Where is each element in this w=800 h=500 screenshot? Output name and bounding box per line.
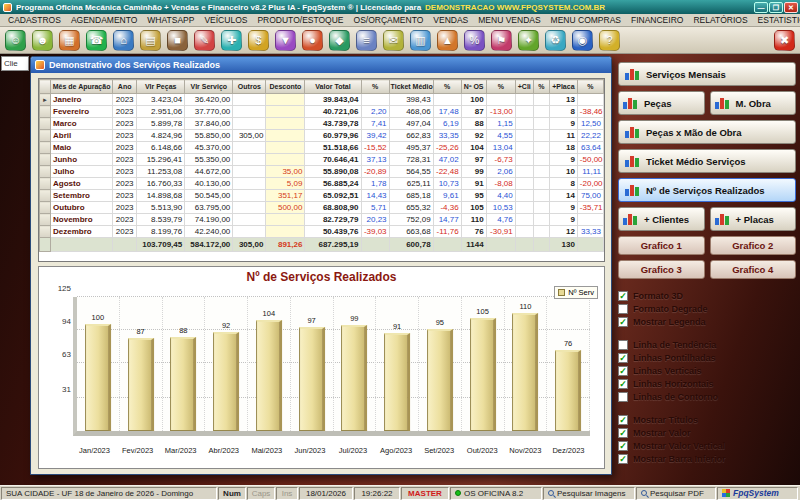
table-cell[interactable]: 75,00: [577, 190, 603, 202]
table-cell[interactable]: 2,06: [486, 166, 515, 178]
mao-de-obra-button[interactable]: M. Obra: [710, 91, 797, 115]
vendas-icon[interactable]: $: [248, 30, 269, 51]
table-cell[interactable]: 63.795,00: [185, 202, 233, 214]
table-cell[interactable]: 2.951,06: [137, 106, 185, 118]
table-cell[interactable]: 8: [549, 178, 577, 190]
table-cell[interactable]: [533, 190, 549, 202]
table-cell[interactable]: Julho: [51, 166, 113, 178]
ticket-medio-button[interactable]: Ticket Médio Serviços: [618, 149, 796, 173]
table-cell[interactable]: [233, 214, 266, 226]
column-header[interactable]: Ano: [113, 80, 137, 94]
table-cell[interactable]: [233, 154, 266, 166]
table-cell[interactable]: [266, 106, 305, 118]
unchecked-checkbox-icon[interactable]: [618, 340, 628, 350]
table-cell[interactable]: 2023: [113, 130, 137, 142]
table-cell[interactable]: [266, 118, 305, 130]
table-cell[interactable]: 45.370,00: [185, 142, 233, 154]
contas-receber-icon[interactable]: ✉: [383, 30, 404, 51]
option-formato-degrade[interactable]: Formato Degrade: [618, 302, 796, 315]
option-mostrar-barra-inferior[interactable]: ✓Mostrar Barra Inferior: [618, 452, 796, 465]
orcamento-icon[interactable]: ✎: [194, 30, 215, 51]
table-row[interactable]: ►Janeiro20233.423,0436.420,0039.843,0439…: [40, 94, 604, 106]
menu-relat-rios[interactable]: RELATÓRIOS: [688, 15, 752, 25]
table-cell[interactable]: 65.092,51: [305, 190, 361, 202]
table-cell[interactable]: 13,04: [486, 142, 515, 154]
menu-cadastros[interactable]: CADASTROS: [3, 15, 66, 25]
table-cell[interactable]: [233, 106, 266, 118]
table-cell[interactable]: 5,71: [361, 202, 389, 214]
table-cell[interactable]: Setembro: [51, 190, 113, 202]
table-row[interactable]: Agosto202316.760,3340.130,005,0956.885,2…: [40, 178, 604, 190]
table-cell[interactable]: -35,71: [577, 202, 603, 214]
table-cell[interactable]: 468,06: [389, 106, 433, 118]
veiculos-icon[interactable]: ⌂: [113, 30, 134, 51]
menu-whatsapp[interactable]: WHATSAPP: [142, 15, 199, 25]
column-header[interactable]: %: [433, 80, 461, 94]
menu-vendas[interactable]: VENDAS: [428, 15, 473, 25]
unchecked-checkbox-icon[interactable]: [618, 304, 628, 314]
table-cell[interactable]: -22,48: [433, 166, 461, 178]
menu-menu-compras[interactable]: MENU COMPRAS: [546, 15, 626, 25]
table-cell[interactable]: [515, 106, 533, 118]
search-images-button[interactable]: Pesquisar Imagens: [543, 487, 635, 500]
column-header[interactable]: Valor Total: [305, 80, 361, 94]
estatistica-icon[interactable]: %: [464, 30, 485, 51]
nota-fiscal-icon[interactable]: ▥: [410, 30, 431, 51]
table-cell[interactable]: 33,35: [433, 130, 461, 142]
table-cell[interactable]: 2023: [113, 226, 137, 238]
table-cell[interactable]: 12: [549, 226, 577, 238]
table-cell[interactable]: 4,76: [486, 214, 515, 226]
table-cell[interactable]: [486, 94, 515, 106]
table-row[interactable]: Junho202315.296,4155.350,0070.646,4137,1…: [40, 154, 604, 166]
table-cell[interactable]: 92: [461, 130, 486, 142]
table-cell[interactable]: 50.545,00: [185, 190, 233, 202]
option-mostrar-legenda[interactable]: ✓Mostrar Legenda: [618, 315, 796, 328]
table-cell[interactable]: 37,13: [361, 154, 389, 166]
option-mostrar-valor[interactable]: ✓Mostrar Valor: [618, 426, 796, 439]
table-cell[interactable]: 14: [549, 190, 577, 202]
backup-icon[interactable]: ♻: [545, 30, 566, 51]
table-cell[interactable]: 2023: [113, 106, 137, 118]
table-cell[interactable]: 3.423,04: [137, 94, 185, 106]
table-cell[interactable]: 685,18: [389, 190, 433, 202]
table-cell[interactable]: 37.770,00: [185, 106, 233, 118]
table-cell[interactable]: 1,15: [486, 118, 515, 130]
table-cell[interactable]: [533, 94, 549, 106]
mais-clientes-button[interactable]: + Clientes: [618, 207, 705, 231]
menu-financeiro[interactable]: FINANCEIRO: [626, 15, 688, 25]
produtos-icon[interactable]: ▤: [140, 30, 161, 51]
table-cell[interactable]: [515, 214, 533, 226]
table-cell[interactable]: 40.721,06: [305, 106, 361, 118]
table-cell[interactable]: 495,37: [389, 142, 433, 154]
sair-icon[interactable]: ✖: [774, 30, 795, 51]
table-cell[interactable]: 9: [549, 214, 577, 226]
table-cell[interactable]: [233, 226, 266, 238]
unchecked-checkbox-icon[interactable]: [618, 392, 628, 402]
table-row[interactable]: Dezembro20238.199,7642.240,0050.439,76-3…: [40, 226, 604, 238]
table-cell[interactable]: 74.190,00: [185, 214, 233, 226]
checked-checkbox-icon[interactable]: ✓: [618, 317, 628, 327]
table-cell[interactable]: [266, 154, 305, 166]
option-formato-3d[interactable]: ✓Formato 3D: [618, 289, 796, 302]
pecas-x-mao-de-obra-button[interactable]: Peças x Mão de Obra: [618, 120, 796, 144]
table-cell[interactable]: [515, 178, 533, 190]
checked-checkbox-icon[interactable]: ✓: [618, 415, 628, 425]
table-cell[interactable]: 50.439,76: [305, 226, 361, 238]
menu-ve-culos[interactable]: VEÍCULOS: [199, 15, 252, 25]
table-cell[interactable]: Junho: [51, 154, 113, 166]
column-header[interactable]: %: [361, 80, 389, 94]
table-cell[interactable]: 564,55: [389, 166, 433, 178]
table-cell[interactable]: [233, 142, 266, 154]
table-cell[interactable]: -50,00: [577, 154, 603, 166]
table-cell[interactable]: 655,32: [389, 202, 433, 214]
table-cell[interactable]: 2023: [113, 202, 137, 214]
table-cell[interactable]: 662,83: [389, 130, 433, 142]
table-cell[interactable]: -20,89: [361, 166, 389, 178]
table-cell[interactable]: 398,43: [389, 94, 433, 106]
table-cell[interactable]: 12,50: [577, 118, 603, 130]
relatorios-icon[interactable]: ▲: [437, 30, 458, 51]
table-cell[interactable]: Outubro: [51, 202, 113, 214]
ajuda-icon[interactable]: ?: [599, 30, 620, 51]
menu-menu-vendas[interactable]: MENU VENDAS: [473, 15, 545, 25]
table-cell[interactable]: Abril: [51, 130, 113, 142]
